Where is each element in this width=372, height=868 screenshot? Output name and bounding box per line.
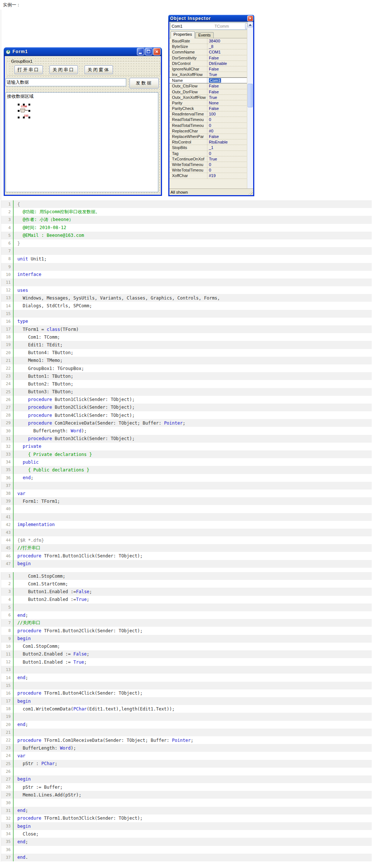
property-value[interactable]: False (207, 89, 247, 94)
code-text: unit Unit1; (14, 256, 46, 262)
property-value[interactable]: 0 (207, 123, 247, 128)
property-row[interactable]: RtsControlRtsEnable (169, 139, 247, 145)
code-line: 9begin (1, 635, 372, 643)
code-text: @EMail : Beeone@163.com (14, 233, 84, 238)
code-block-implementation: 1 Com1.StopComm;2 Com1.StartComm;3 Butto… (1, 572, 372, 862)
code-line: 15 (1, 310, 372, 318)
property-value[interactable]: False (207, 134, 247, 139)
close-port-button[interactable]: 关闭串口 (49, 65, 78, 74)
property-value[interactable]: 38400 (207, 38, 247, 44)
property-row[interactable]: Outx_CtsFlowFalse (169, 83, 247, 89)
property-row[interactable]: WriteTotalTimeou0 (169, 162, 247, 167)
property-name: StopBits (169, 145, 207, 150)
code-line: 41 (1, 513, 372, 521)
code-text: Button4: TButton; (14, 350, 73, 355)
line-number: 10 (1, 272, 13, 277)
property-row[interactable]: ParityCheckFalse (169, 106, 247, 111)
send-data-button[interactable]: 发数据 (130, 78, 159, 89)
property-row[interactable]: ReplacedChar#0 (169, 128, 247, 134)
property-value[interactable]: COM1 (207, 49, 247, 55)
tab-properties[interactable]: Properties (170, 31, 195, 38)
data-input[interactable] (6, 78, 126, 86)
property-row[interactable]: ReadTotalTimeou0 (169, 117, 247, 122)
form1-titlebar[interactable]: Form1 (4, 47, 162, 56)
gutter-divider (13, 846, 14, 854)
property-row[interactable]: IgnoreNullCharFalse (169, 66, 247, 72)
property-value[interactable]: True (207, 156, 247, 162)
line-number: 14 (1, 304, 13, 308)
line-number: 4 (1, 597, 13, 602)
property-row[interactable]: BaudRate38400 (169, 38, 247, 44)
minimize-icon[interactable] (137, 48, 144, 55)
property-value[interactable]: 0 (207, 117, 247, 122)
property-value[interactable]: 100 (207, 111, 247, 117)
property-row[interactable]: CommNameCOM1 (169, 49, 247, 55)
object-inspector-body: Com1 TComm Properties Events BaudRate384… (168, 22, 254, 196)
property-row[interactable]: Tag0 (169, 151, 247, 156)
property-value[interactable]: True (207, 95, 247, 100)
gutter-divider (13, 310, 14, 318)
line-number: 41 (1, 515, 13, 519)
property-row[interactable]: StopBits_1 (169, 145, 247, 151)
property-row[interactable]: ByteSize_8 (169, 44, 247, 49)
property-row[interactable]: ReadIntervalTime100 (169, 111, 247, 117)
property-row[interactable]: ReplaceWhenParFalse (169, 134, 247, 139)
code-line: 44{$R *.dfm} (1, 536, 372, 544)
selection-handle[interactable] (28, 110, 30, 112)
line-number: 22 (1, 366, 13, 371)
code-line: 5 (1, 604, 372, 611)
property-row[interactable]: Outx_XonXoffFlowTrue (169, 95, 247, 100)
scrollbar-thumb[interactable] (248, 84, 253, 107)
selection-handle[interactable] (28, 104, 30, 106)
open-port-button[interactable]: 打开串口 (14, 65, 43, 74)
property-value[interactable]: True (207, 72, 247, 77)
property-value[interactable]: None (207, 100, 247, 106)
property-row[interactable]: NameCom1 (169, 77, 247, 83)
property-value[interactable]: DtrEnable (207, 61, 247, 66)
line-number: 14 (1, 675, 13, 680)
property-row[interactable]: DsrSensitivityFalse (169, 55, 247, 61)
property-value[interactable]: False (207, 83, 247, 89)
code-text: var (14, 753, 25, 758)
line-number: 24 (1, 381, 13, 386)
scrollbar[interactable] (247, 22, 253, 195)
property-row[interactable]: ParityNone (169, 100, 247, 106)
property-value[interactable]: _8 (207, 44, 247, 49)
close-icon[interactable] (153, 48, 161, 55)
property-value[interactable]: False (207, 106, 247, 111)
object-selector-combo[interactable]: Com1 TComm (170, 23, 252, 30)
close-form-button[interactable]: 关闭窗体 (85, 65, 113, 74)
close-icon[interactable] (247, 15, 253, 21)
scroll-up-icon[interactable] (247, 22, 253, 27)
property-value[interactable]: RtsEnable (207, 139, 247, 145)
property-row[interactable]: XoffChar#19 (169, 173, 247, 179)
line-number: 5 (1, 233, 13, 238)
selection-handle[interactable] (28, 117, 30, 118)
code-text: begin (14, 777, 31, 782)
maximize-icon[interactable] (145, 48, 152, 55)
property-value[interactable]: _1 (207, 145, 247, 150)
property-value[interactable]: False (207, 66, 247, 72)
receive-memo[interactable]: 接收数据区域 COM (6, 92, 158, 192)
property-value[interactable]: #0 (207, 128, 247, 134)
property-name: Parity (169, 100, 207, 106)
property-value[interactable]: 0 (207, 167, 247, 173)
tab-events[interactable]: Events (195, 32, 214, 38)
spcomm-component-selected[interactable]: COM 232 (18, 104, 30, 118)
object-inspector-titlebar[interactable]: Object Inspector (168, 15, 254, 22)
property-name: CommName (169, 49, 207, 55)
property-value[interactable]: Com1 (207, 78, 247, 83)
property-row[interactable]: DtrControlDtrEnable (169, 61, 247, 66)
property-row[interactable]: Outx_DsrFlowFalse (169, 89, 247, 95)
property-row[interactable]: ReadTotalTimeou0 (169, 123, 247, 128)
property-value[interactable]: 0 (207, 162, 247, 167)
property-value[interactable]: 0 (207, 151, 247, 156)
property-value[interactable]: False (207, 55, 247, 60)
resize-grip-icon[interactable] (248, 190, 253, 195)
gutter-divider (13, 604, 14, 611)
property-row[interactable]: Inx_XonXoffFlowTrue (169, 72, 247, 77)
property-row[interactable]: TxContinueOnXofTrue (169, 156, 247, 162)
property-value[interactable]: #19 (207, 173, 247, 178)
code-text: @作者: 小涛（beeone） (14, 217, 73, 223)
property-row[interactable]: WriteTotalTimeou0 (169, 167, 247, 173)
